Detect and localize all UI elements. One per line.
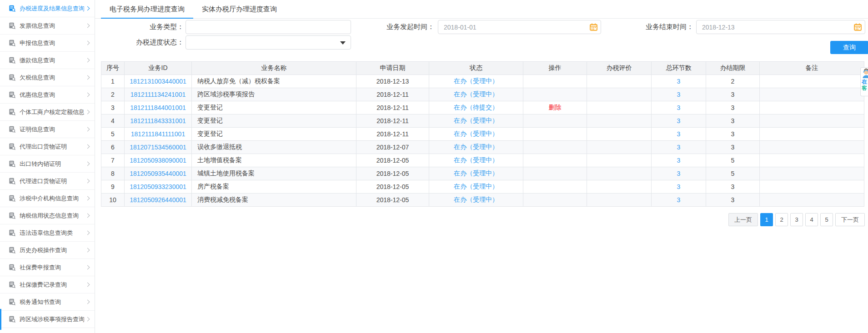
progress-status-select[interactable] — [186, 35, 351, 50]
cell-evaluation — [587, 128, 652, 141]
table-row: 41812111843331001变更登记2018-12-11在办（受理中）33 — [101, 114, 864, 128]
column-header: 总环节数 — [652, 62, 706, 75]
sidebar-item[interactable]: 纳税信用状态信息查询 — [0, 207, 95, 224]
table-row: 71812050938090001土地增值税备案2018-12-05在办（受理中… — [101, 154, 864, 167]
tab-hall-progress[interactable]: 实体办税厅办理进度查询 — [193, 0, 286, 18]
business-id-link[interactable]: 1812050935440001 — [130, 170, 186, 177]
business-id-link[interactable]: 1812071534560001 — [130, 144, 186, 151]
table-row: 91812050933230001房产税备案2018-12-05在办（受理中）3… — [101, 180, 864, 194]
total-steps-link[interactable]: 3 — [677, 170, 681, 177]
total-steps-link[interactable]: 3 — [677, 196, 681, 204]
business-type-input[interactable] — [186, 20, 351, 34]
cell-business-id: 1812050935440001 — [125, 167, 192, 180]
sidebar-item[interactable]: 申报信息查询 — [0, 35, 95, 52]
end-time-input[interactable] — [696, 20, 865, 34]
cell-seq: 10 — [101, 194, 125, 207]
total-steps-link[interactable]: 3 — [677, 78, 681, 85]
cell-total-steps: 3 — [652, 141, 706, 154]
business-id-link[interactable]: 1812111134241001 — [130, 91, 186, 98]
page-number-button[interactable]: 1 — [760, 213, 773, 226]
sidebar-item[interactable]: 缴款信息查询 — [0, 52, 95, 69]
cell-action — [523, 75, 587, 88]
business-id-link[interactable]: 1812111844001001 — [130, 104, 186, 111]
tab-etax-progress[interactable]: 电子税务局办理进度查询 — [101, 0, 193, 18]
calendar-icon[interactable] — [854, 23, 862, 31]
page-number-button[interactable]: 5 — [820, 213, 833, 226]
sidebar-item[interactable]: 代理进口货物证明 — [0, 173, 95, 190]
business-id-link[interactable]: 1812111841111001 — [131, 130, 185, 138]
business-id-link[interactable]: 1812050926440001 — [130, 196, 186, 204]
sidebar-item-label: 代理进口货物证明 — [20, 177, 84, 185]
total-steps-link[interactable]: 3 — [677, 183, 681, 190]
prev-page-button[interactable]: 上一页 — [728, 213, 758, 226]
sidebar-scrollbar-thumb[interactable] — [0, 309, 1, 330]
customer-service-widget[interactable]: 在 客 — [860, 67, 868, 96]
business-id-link[interactable]: 1812050933230001 — [130, 183, 186, 190]
column-header: 办税评价 — [587, 62, 652, 75]
page-number-button[interactable]: 4 — [805, 213, 818, 226]
sidebar-item[interactable]: 历史办税操作查询 — [0, 242, 95, 259]
cell-remark — [760, 154, 864, 167]
filter-form: 业务类型： 业务发起时间： 业务结束时间： — [95, 19, 868, 62]
cell-evaluation — [587, 75, 652, 88]
sidebar-item[interactable]: 违法违章信息查询类 — [0, 224, 95, 242]
sidebar-item-label: 个体工商户核定定额信息查询 — [20, 108, 84, 116]
cell-apply-date: 2018-12-11 — [356, 101, 429, 114]
sidebar-item[interactable]: 社保缴费记录查询 — [0, 276, 95, 293]
total-steps-link[interactable]: 3 — [677, 144, 681, 151]
sidebar-item[interactable]: 证明信息查询 — [0, 121, 95, 138]
table-row: 31812111844001001变更登记2018-12-11在办（待提交）删除… — [101, 101, 864, 114]
status-text: 在办（受理中） — [454, 156, 498, 164]
business-id-link[interactable]: 1812111843331001 — [130, 117, 186, 124]
sidebar-item[interactable]: 个体工商户核定定额信息查询 — [0, 104, 95, 121]
sidebar-item-label: 缴款信息查询 — [20, 56, 84, 65]
delete-link[interactable]: 删除 — [549, 104, 562, 111]
column-header: 序号 — [101, 62, 125, 75]
sidebar-item-label: 纳税信用状态信息查询 — [20, 212, 84, 220]
dropdown-arrow-icon — [340, 41, 346, 45]
cell-deadline: 5 — [706, 154, 760, 167]
cell-seq: 1 — [101, 75, 125, 88]
status-text: 在办（待提交） — [454, 104, 498, 111]
next-page-button[interactable]: 下一页 — [835, 213, 865, 226]
cell-total-steps: 3 — [652, 154, 706, 167]
cell-seq: 5 — [101, 128, 125, 141]
table-row: 51812111841111001变更登记2018-12-11在办（受理中）33 — [101, 128, 864, 141]
sidebar-item[interactable]: 欠税信息查询 — [0, 69, 95, 86]
calendar-icon[interactable] — [590, 23, 597, 31]
sidebar-item[interactable]: 税务通知书查询 — [0, 293, 95, 311]
total-steps-link[interactable]: 3 — [677, 157, 681, 164]
sidebar-item[interactable]: 发票信息查询 — [0, 17, 95, 35]
sidebar-item[interactable]: 办税进度及结果信息查询 — [0, 0, 95, 17]
business-id-link[interactable]: 1812131003440001 — [130, 78, 186, 85]
table-row: 21812111134241001跨区域涉税事项报告2018-12-11在办（受… — [101, 88, 864, 101]
cell-business-id: 1812131003440001 — [125, 75, 192, 88]
sidebar-item[interactable]: 涉税中介机构信息查询 — [0, 190, 95, 207]
cell-status: 在办（待提交） — [429, 101, 523, 114]
chevron-right-icon — [85, 265, 90, 270]
sidebar-item[interactable]: 社保费申报查询 — [0, 259, 95, 276]
sidebar-item-label: 历史办税操作查询 — [20, 246, 84, 254]
total-steps-link[interactable]: 3 — [677, 91, 681, 98]
query-button[interactable]: 查询 — [830, 41, 868, 54]
page-number-button[interactable]: 3 — [790, 213, 803, 226]
tab-bar: 电子税务局办理进度查询 实体办税厅办理进度查询 — [95, 0, 868, 19]
cell-apply-date: 2018-12-05 — [356, 180, 429, 194]
total-steps-link[interactable]: 3 — [677, 104, 681, 111]
sidebar-item[interactable]: 出口转内销证明 — [0, 155, 95, 173]
page-number-button[interactable]: 2 — [775, 213, 788, 226]
sidebar-item[interactable]: 代理出口货物证明 — [0, 138, 95, 155]
sidebar-item[interactable]: 优惠信息查询 — [0, 86, 95, 104]
sidebar-item[interactable]: 跨区域涉税事项报告查询 — [0, 311, 95, 328]
cell-seq: 8 — [101, 167, 125, 180]
cell-deadline: 3 — [706, 101, 760, 114]
sidebar-item-label: 办税进度及结果信息查询 — [20, 5, 84, 13]
page-number-group: 12345 — [758, 213, 833, 226]
cell-deadline: 5 — [706, 167, 760, 180]
total-steps-link[interactable]: 3 — [677, 117, 681, 124]
start-time-input[interactable] — [438, 20, 601, 34]
business-id-link[interactable]: 1812050938090001 — [130, 157, 186, 164]
cell-evaluation — [587, 141, 652, 154]
document-search-icon — [9, 22, 16, 30]
total-steps-link[interactable]: 3 — [677, 130, 681, 138]
